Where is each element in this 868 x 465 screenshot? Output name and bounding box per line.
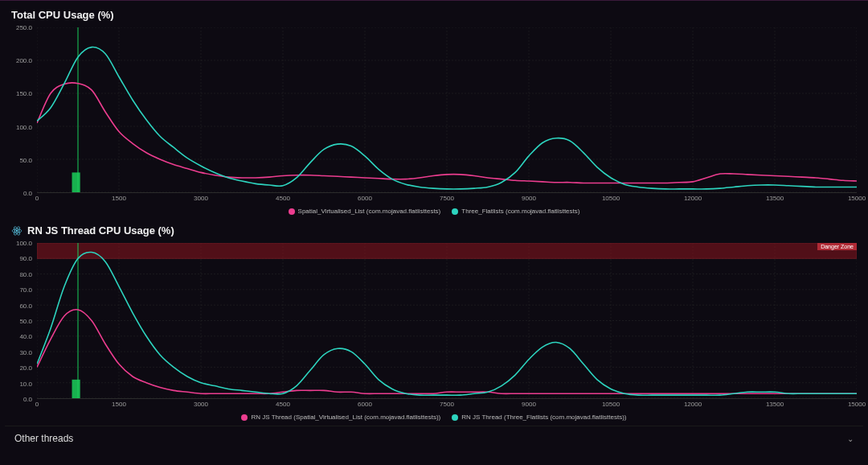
y-tick-label: 80.0 <box>19 270 32 278</box>
panel-title-total: Total CPU Usage (%) <box>5 4 863 24</box>
plot-area <box>37 27 857 193</box>
x-tick-label: 9000 <box>522 195 536 202</box>
panel-title-rnjs: RN JS Thread CPU Usage (%) <box>5 220 863 240</box>
x-tick-label: 10500 <box>602 401 620 408</box>
y-tick-label: 40.0 <box>19 333 32 340</box>
legend-swatch <box>452 414 458 421</box>
x-tick-label: 1500 <box>112 401 126 408</box>
y-tick-label: 100.0 <box>16 123 32 130</box>
y-tick-label: 60.0 <box>19 302 32 309</box>
panel-total-cpu: Total CPU Usage (%) 0.050.0100.0150.0200… <box>5 4 863 218</box>
x-tick-label: 4500 <box>276 401 290 408</box>
y-tick-label: 10.0 <box>19 380 32 387</box>
x-tick-label: 3000 <box>194 195 208 202</box>
y-tick-label: 250.0 <box>16 24 32 31</box>
chart-total-cpu[interactable]: 0.050.0100.0150.0200.0250.0 015003000450… <box>5 24 863 206</box>
y-tick-label: 0.0 <box>23 190 32 197</box>
y-tick-label: 90.0 <box>19 255 32 262</box>
x-tick-label: 15000 <box>848 195 866 202</box>
y-tick-label: 50.0 <box>19 318 32 325</box>
x-axis: 0150030004500600075009000105001200013500… <box>37 195 857 206</box>
x-tick-label: 12000 <box>684 401 702 408</box>
legend-total: Spatial_Virtualised_List (com.mojavad.fl… <box>5 206 863 218</box>
svg-point-19 <box>16 229 18 231</box>
x-tick-label: 7500 <box>440 401 454 408</box>
other-threads-label: Other threads <box>14 433 73 444</box>
legend-label: Three_Flatlists (com.mojavad.flatlisttes… <box>461 208 579 215</box>
legend-label: Spatial_Virtualised_List (com.mojavad.fl… <box>298 208 441 215</box>
x-tick-label: 6000 <box>358 195 372 202</box>
y-tick-label: 30.0 <box>19 348 32 356</box>
y-tick-label: 100.0 <box>16 240 32 247</box>
x-tick-label: 3000 <box>194 401 208 408</box>
plot-area: Danger Zone <box>37 243 857 399</box>
svg-rect-45 <box>37 243 857 258</box>
x-tick-label: 4500 <box>276 195 290 202</box>
y-tick-label: 70.0 <box>19 286 32 294</box>
x-tick-label: 13500 <box>766 195 784 202</box>
x-tick-label: 0 <box>35 195 39 202</box>
x-tick-label: 13500 <box>766 401 784 408</box>
react-icon <box>11 225 23 237</box>
y-tick-label: 50.0 <box>19 156 32 163</box>
chart-rn-js-thread[interactable]: 0.010.020.030.040.050.060.070.080.090.01… <box>5 240 863 412</box>
legend-swatch <box>289 208 295 215</box>
legend-label: RN JS Thread (Three_Flatlists (com.mojav… <box>461 414 626 421</box>
chevron-down-icon: ⌄ <box>847 434 854 443</box>
y-axis: 0.050.0100.0150.0200.0250.0 <box>5 27 34 193</box>
svg-rect-18 <box>72 172 80 192</box>
y-tick-label: 20.0 <box>19 364 32 372</box>
x-tick-label: 1500 <box>112 195 126 202</box>
legend-rnjs: RN JS Thread (Spatial_Virtualised_List (… <box>5 412 863 424</box>
x-tick-label: 6000 <box>358 401 372 408</box>
y-axis: 0.010.020.030.040.050.060.070.080.090.01… <box>5 243 34 399</box>
legend-item[interactable]: Spatial_Virtualised_List (com.mojavad.fl… <box>289 208 441 215</box>
legend-label: RN JS Thread (Spatial_Virtualised_List (… <box>251 414 440 421</box>
legend-item[interactable]: RN JS Thread (Spatial_Virtualised_List (… <box>241 414 440 421</box>
legend-swatch <box>452 208 458 215</box>
y-tick-label: 200.0 <box>16 57 32 64</box>
x-tick-label: 12000 <box>684 195 702 202</box>
x-tick-label: 9000 <box>522 401 536 408</box>
legend-item[interactable]: Three_Flatlists (com.mojavad.flatlisttes… <box>452 208 579 215</box>
y-tick-label: 0.0 <box>23 396 32 403</box>
x-tick-label: 0 <box>35 401 39 408</box>
title-text: Total CPU Usage (%) <box>11 9 114 21</box>
panel-other-threads[interactable]: Other threads ⌄ <box>5 426 863 451</box>
x-tick-label: 10500 <box>602 195 620 202</box>
legend-swatch <box>241 414 248 421</box>
svg-rect-47 <box>72 380 80 398</box>
y-tick-label: 150.0 <box>16 90 32 97</box>
x-tick-label: 7500 <box>440 195 454 202</box>
danger-zone-label: Danger Zone <box>817 243 857 250</box>
x-tick-label: 15000 <box>848 401 866 408</box>
legend-item[interactable]: RN JS Thread (Three_Flatlists (com.mojav… <box>452 414 626 421</box>
title-text: RN JS Thread CPU Usage (%) <box>27 224 174 237</box>
panel-rn-js-thread: RN JS Thread CPU Usage (%) 0.010.020.030… <box>5 220 863 424</box>
x-axis: 0150030004500600075009000105001200013500… <box>37 401 857 412</box>
